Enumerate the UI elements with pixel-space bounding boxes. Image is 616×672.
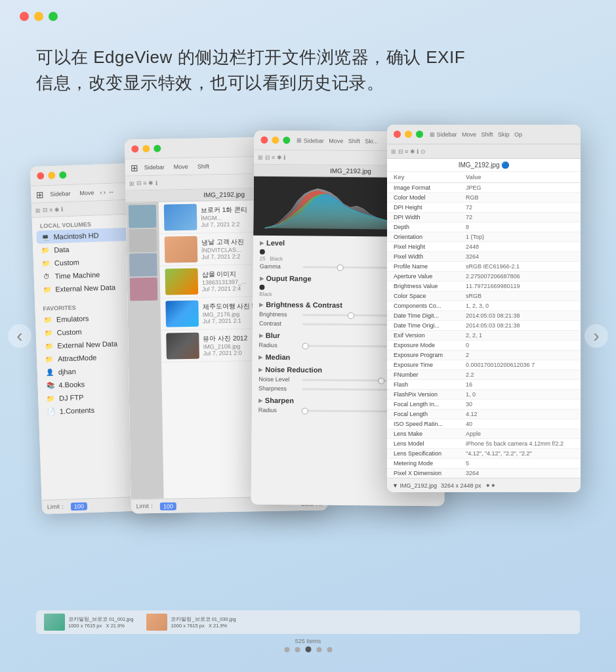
traffic-lights xyxy=(20,12,58,21)
exif-focal-in: Focal Length In...30 xyxy=(387,400,581,410)
exif-components: Components Co...1, 2, 3, 0 xyxy=(387,301,581,311)
1contents-label: 1.Contents xyxy=(60,406,95,415)
win2-shift-btn[interactable]: Shift xyxy=(194,162,213,170)
win2-close[interactable] xyxy=(131,145,138,152)
dot-5[interactable] xyxy=(327,647,332,652)
data-icon: 📁 xyxy=(41,245,50,255)
pagination-dots xyxy=(284,646,332,652)
win4-titlebar: ⊞ Sidebar Move Shift Skip Op xyxy=(387,125,581,144)
win4-fullscreen[interactable] xyxy=(416,131,423,138)
exif-orientation: Orientation1 (Top) xyxy=(387,232,581,242)
win1-minimize[interactable] xyxy=(48,172,55,179)
external-new-data-label: External New Data xyxy=(55,284,115,293)
1contents-icon: 📄 xyxy=(47,407,56,416)
dot-4[interactable] xyxy=(316,647,321,652)
custom-icon: 📁 xyxy=(41,259,51,268)
file-thumb-2 xyxy=(165,236,198,263)
external-fav-label: External New Data xyxy=(57,340,117,350)
win2-move-btn[interactable]: Move xyxy=(171,162,192,171)
exif-column-headers: Key Value xyxy=(387,172,581,183)
exif-exposure-program: Exposure Program2 xyxy=(387,350,581,360)
win2-sidebar-btn[interactable]: Sidebar xyxy=(141,163,168,171)
macintosh-hd-icon: 💻 xyxy=(40,232,49,242)
filmstrip-item-1[interactable]: 코카빌링_브로코 01_001.jpg 1000 x 7615 px X 21.… xyxy=(44,614,133,631)
win4-image-name: ▼ IMG_2192.jpg xyxy=(392,482,437,489)
win2-minimize[interactable] xyxy=(142,145,150,152)
exif-lens-model: Lens ModeliPhone 5s back camera 4.12mm f… xyxy=(387,439,581,449)
exif-date-digit: Date Time Digit...2014:05:03 08:21:38 xyxy=(387,311,581,321)
exif-lens-spec: Lens Specification"4.12", "4.12", "2.2",… xyxy=(387,449,581,459)
exif-pixel-x: Pixel X Dimension3264 xyxy=(387,469,581,478)
exif-flashpix: FlashPix Version1, 0 xyxy=(387,390,581,400)
fullscreen-button[interactable] xyxy=(49,12,58,21)
filmstrip-info-2: 코카빌링_브로코 01_030.jpg 1000 x 7615 px X 21.… xyxy=(171,616,236,629)
win4-close[interactable] xyxy=(394,131,401,138)
output-dot[interactable] xyxy=(259,285,264,290)
exif-exif-version: Exif Version2, 2, 1 xyxy=(387,331,581,341)
djhan-icon: 👤 xyxy=(45,368,54,377)
exif-color-model: Color ModelRGB xyxy=(387,193,581,203)
time-machine-icon: ⏱ xyxy=(41,272,51,281)
limit-value[interactable]: 100 xyxy=(71,502,87,511)
dot-3[interactable] xyxy=(305,646,311,652)
win4-filename: IMG_2192.jpg 🔵 xyxy=(387,159,581,172)
win4-minimize[interactable] xyxy=(405,131,412,138)
filmstrip-item-2[interactable]: 코카빌링_브로코 01_030.jpg 1000 x 7615 px X 21.… xyxy=(146,614,236,631)
file-thumb-5 xyxy=(166,333,199,360)
custom-fav-icon: 📁 xyxy=(43,328,52,337)
emulators-icon: 📁 xyxy=(43,315,52,324)
exif-date-orig: Date Time Origi...2014:05:03 08:21:38 xyxy=(387,321,581,331)
dot-2[interactable] xyxy=(295,647,300,652)
external-icon: 📁 xyxy=(42,285,51,294)
exif-dpi-width: DPI Width72 xyxy=(387,213,581,222)
exif-color-space: Color SpacesRGB xyxy=(387,291,581,301)
level-dot[interactable] xyxy=(260,249,265,255)
file-thumb-1 xyxy=(164,204,197,231)
minimize-button[interactable] xyxy=(34,12,43,21)
nav-left-arrow[interactable]: ‹ xyxy=(8,324,31,348)
win2-limit-value[interactable]: 100 xyxy=(160,502,176,510)
4books-label: 4.Books xyxy=(58,380,85,388)
win4-dimensions: 3264 x 2448 px xyxy=(441,482,482,489)
exif-dpi-height: DPI Height72 xyxy=(387,203,581,213)
sidebar-btn[interactable]: Sidebar xyxy=(47,189,73,198)
custom-label: Custom xyxy=(54,258,79,266)
side-thumb-3[interactable] xyxy=(129,253,157,277)
win3-fullscreen[interactable] xyxy=(283,136,290,144)
win1-fullscreen[interactable] xyxy=(59,171,66,178)
window-exif: ⊞ Sidebar Move Shift Skip Op ⊞ ⊟ ≡ ✱ ℹ ⊙… xyxy=(387,125,581,492)
nav-right-arrow[interactable]: › xyxy=(585,324,608,348)
move-btn[interactable]: Move xyxy=(76,188,97,197)
macintosh-hd-label: Macintosh HD xyxy=(53,231,98,240)
close-button[interactable] xyxy=(20,12,29,21)
key-col-header: Key xyxy=(394,174,466,180)
exif-focal-length: Focal Length4.12 xyxy=(387,410,581,419)
exif-flash: Flash16 xyxy=(387,380,581,390)
filmstrip-thumb-1 xyxy=(44,614,65,631)
win2-limit-label: Limit： xyxy=(136,502,155,511)
side-thumb-1[interactable] xyxy=(129,205,157,228)
time-machine-label: Time Machine xyxy=(54,270,100,280)
side-thumb-2[interactable] xyxy=(129,229,157,253)
side-thumb-4[interactable] xyxy=(130,278,158,301)
win3-close[interactable] xyxy=(260,136,268,144)
exif-metering: Metering Mode5 xyxy=(387,459,581,469)
value-col-header: Value xyxy=(466,174,574,180)
attractmode-label: AttractMode xyxy=(58,354,97,363)
win1-close[interactable] xyxy=(37,172,44,179)
exif-fnumber: FNumber2.2 xyxy=(387,370,581,380)
win3-minimize[interactable] xyxy=(272,136,279,144)
exif-exposure-time: Exposure Time0.000170010200612036 7 xyxy=(387,360,581,370)
attractmode-icon: 📁 xyxy=(45,354,54,364)
djftp-icon: 📁 xyxy=(46,394,55,403)
djhan-label: djhan xyxy=(58,368,76,376)
win2-fullscreen[interactable] xyxy=(154,145,161,152)
data-label: Data xyxy=(54,245,70,254)
description-text: 可以在 EdgeView 的侧边栏打开文件浏览器，确认 EXIF 信息，改变显示… xyxy=(36,45,465,96)
dot-1[interactable] xyxy=(284,647,289,652)
win4-zoom: ⁕⁕ xyxy=(485,482,496,489)
exif-profile-name: Profile NamesRGB IEC61966-2.1 xyxy=(387,262,581,272)
items-count: 525 Items xyxy=(295,638,321,644)
filmstrip-info-1: 코카빌링_브로코 01_001.jpg 1000 x 7615 px X 21.… xyxy=(68,616,133,629)
file-thumb-4 xyxy=(165,301,199,327)
